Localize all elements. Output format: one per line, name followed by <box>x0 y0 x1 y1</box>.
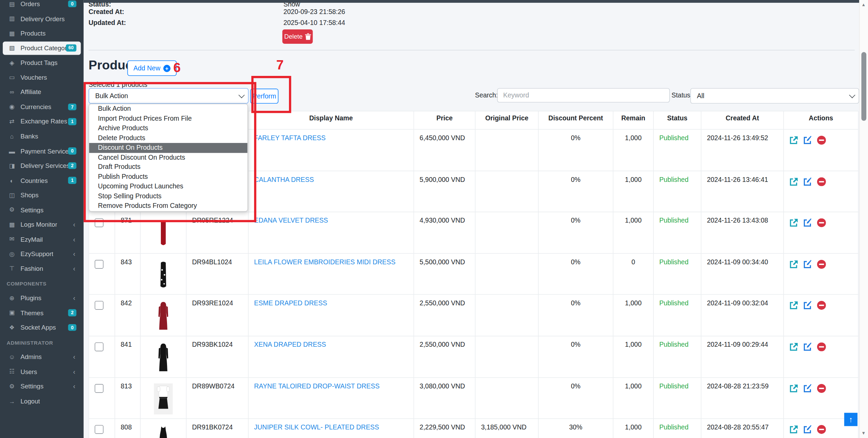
remove-icon[interactable] <box>817 301 826 310</box>
dropdown-option-archive-products[interactable]: Archive Products <box>89 123 247 133</box>
view-external-link-icon[interactable] <box>789 177 798 186</box>
remove-icon[interactable] <box>817 136 826 145</box>
remove-icon[interactable] <box>817 218 826 227</box>
sidebar-item-settings[interactable]: ⚙Settings‹ <box>3 380 81 393</box>
row-checkbox[interactable] <box>95 425 104 434</box>
view-external-link-icon[interactable] <box>789 218 798 227</box>
bulk-action-dropdown-list: Bulk ActionImport Product Prices From Fi… <box>88 104 248 212</box>
dropdown-option-remove-products-from-category[interactable]: Remove Products From Category <box>89 201 247 211</box>
scrollbar-down-arrow-icon[interactable]: ▼ <box>862 430 866 436</box>
search-input[interactable] <box>497 88 670 103</box>
remove-icon[interactable] <box>817 425 826 434</box>
product-name-link[interactable]: CALANTHA DRESS <box>254 175 314 183</box>
sidebar-item-users[interactable]: ☷Users‹ <box>3 365 81 379</box>
top-navbar-strip <box>84 0 860 2</box>
perform-button[interactable]: Perform <box>250 89 278 104</box>
sidebar-item-currencies[interactable]: ◉Currencies7 <box>3 100 81 114</box>
row-checkbox[interactable] <box>95 301 104 310</box>
dropdown-option-import-product-prices-from-file[interactable]: Import Product Prices From File <box>89 114 247 123</box>
sidebar-item-orders[interactable]: ▤Orders0 <box>3 0 81 11</box>
column-header-actions: Actions <box>784 111 858 129</box>
sidebar-item-logs-monitor[interactable]: ▩Logs Monitor‹ <box>3 218 81 231</box>
sidebar-item-settings[interactable]: ⚙Settings <box>3 203 81 216</box>
view-external-link-icon[interactable] <box>789 342 798 351</box>
dropdown-option-publish-products[interactable]: Publish Products <box>89 172 247 182</box>
sidebar-item-admins[interactable]: ☺Admins‹ <box>3 350 81 363</box>
edit-icon[interactable] <box>803 384 812 393</box>
sidebar-item-delivery-orders[interactable]: ▥Delivery Orders <box>3 12 81 25</box>
remove-icon[interactable] <box>817 260 826 269</box>
scroll-to-top-button[interactable]: ↑ <box>844 413 857 426</box>
view-external-link-icon[interactable] <box>789 301 798 310</box>
scrollbar-thumb[interactable] <box>861 52 866 121</box>
view-external-link-icon[interactable] <box>789 425 798 434</box>
sidebar-item-payment-services[interactable]: ▬Payment Services0 <box>3 144 81 158</box>
product-name-link[interactable]: ESME DRAPED DRESS <box>254 300 327 307</box>
edit-icon[interactable] <box>803 218 812 227</box>
edit-icon[interactable] <box>803 177 812 186</box>
product-name-link[interactable]: EDANA VELVET DRESS <box>254 217 328 225</box>
sidebar-item-label: Delivery Orders <box>20 15 65 22</box>
row-checkbox[interactable] <box>95 342 104 351</box>
remove-icon[interactable] <box>817 177 826 186</box>
sidebar-item-logout[interactable]: →Logout <box>3 395 81 408</box>
delete-button[interactable]: Delete <box>282 29 313 44</box>
edit-icon[interactable] <box>803 260 812 269</box>
sidebar-item-fashion[interactable]: ⊤Fashion‹ <box>3 262 81 275</box>
cell-status: Published <box>653 129 701 171</box>
product-name-link[interactable]: RAYNE TALOIRED DROP-WAIST DRESS <box>254 382 380 390</box>
product-image <box>155 342 172 373</box>
sidebar-item-products[interactable]: ▦Products <box>3 27 81 40</box>
sidebar-item-plugins[interactable]: ⊕Plugins‹ <box>3 291 81 305</box>
sidebar-item-ezysupport[interactable]: ◎EzySupport‹ <box>3 247 81 261</box>
dropdown-option-delete-products[interactable]: Delete Products <box>89 133 247 143</box>
table-row: 842 DR93RE1024ESME DRAPED DRESS2,550,000… <box>89 295 858 336</box>
sidebar-item-ezymail[interactable]: ✉EzyMail‹ <box>3 233 81 246</box>
dropdown-option-discount-on-products[interactable]: Discount On Products <box>89 143 247 152</box>
bulk-action-select[interactable]: Bulk Action <box>88 88 248 104</box>
sidebar-item-label: Socket Apps <box>20 324 56 331</box>
row-checkbox[interactable] <box>95 384 104 393</box>
logout-icon: → <box>8 398 16 404</box>
dropdown-option-upcoming-product-launches[interactable]: Upcoming Product Launches <box>89 182 247 191</box>
remove-icon[interactable] <box>817 342 826 351</box>
sidebar-item-delivery-services[interactable]: ◨Delivery Services2 <box>3 159 81 172</box>
sidebar-item-product-categories[interactable]: ▧Product Categories60 <box>3 41 81 55</box>
dropdown-option-bulk-action[interactable]: Bulk Action <box>89 104 247 114</box>
cell-remain: 1,000 <box>613 419 653 438</box>
product-name-link[interactable]: LEILA FLOWER EMBROIDERIES MIDI DRESS <box>254 258 396 266</box>
scrollbar-up-arrow-icon[interactable]: ▲ <box>862 2 866 7</box>
product-name-link[interactable]: FARLEY TAFTA DRESS <box>254 134 326 142</box>
sidebar: ▤Orders0▥Delivery Orders▦Products▧Produc… <box>0 0 84 438</box>
status-filter-select[interactable]: All <box>690 88 859 104</box>
dropdown-option-stop-selling-products[interactable]: Stop Selling Products <box>89 191 247 201</box>
view-external-link-icon[interactable] <box>789 260 798 269</box>
row-checkbox[interactable] <box>95 218 104 227</box>
product-name-link[interactable]: XENA DRAPED DRESS <box>254 341 326 349</box>
product-image <box>155 383 172 414</box>
cell-remain: 0 <box>613 253 653 295</box>
product-name-link[interactable]: JUNIPER SILK COWL- PLEATED DRESS <box>254 423 379 431</box>
view-external-link-icon[interactable] <box>789 384 798 393</box>
row-checkbox[interactable] <box>95 260 104 269</box>
sidebar-item-exchange-rates[interactable]: ⇄Exchange Rates1 <box>3 115 81 128</box>
edit-icon[interactable] <box>803 301 812 310</box>
sidebar-item-vouchers[interactable]: ▭Vouchers <box>3 71 81 84</box>
view-external-link-icon[interactable] <box>789 136 798 145</box>
cell-id: 843 <box>115 253 140 295</box>
edit-icon[interactable] <box>803 342 812 351</box>
edit-icon[interactable] <box>803 425 812 434</box>
sidebar-item-shops[interactable]: ◫Shops <box>3 188 81 202</box>
sidebar-item-socket-apps[interactable]: ❖Socket Apps0 <box>3 321 81 334</box>
sidebar-item-themes[interactable]: ▣Themes2 <box>3 306 81 319</box>
sidebar-item-banks[interactable]: ⌂Banks <box>3 130 81 143</box>
dropdown-option-cancel-discount-on-products[interactable]: Cancel Discount On Products <box>89 152 247 162</box>
sidebar-item-affiliate[interactable]: ∞Affiliate <box>3 85 81 99</box>
dropdown-option-draft-products[interactable]: Draft Products <box>89 162 247 172</box>
sidebar-item-countries[interactable]: ◐Countries1 <box>3 174 81 187</box>
add-new-button[interactable]: Add New + <box>127 61 177 76</box>
sidebar-item-product-tags[interactable]: ◈Product Tags <box>3 56 81 69</box>
vertical-scrollbar[interactable]: ▲ ▼ <box>859 0 868 438</box>
edit-icon[interactable] <box>803 136 812 145</box>
remove-icon[interactable] <box>817 384 826 393</box>
